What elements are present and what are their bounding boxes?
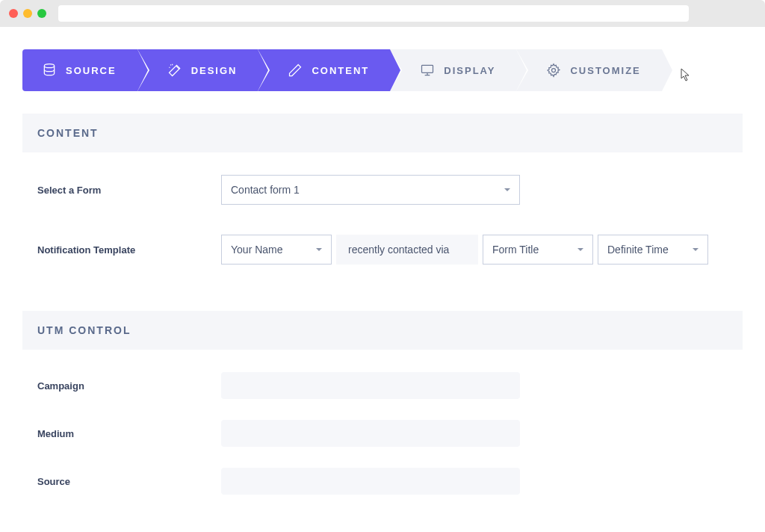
wand-icon — [167, 63, 182, 78]
utm-medium-label: Medium — [37, 428, 221, 439]
section-body-utm: Campaign Medium Source — [22, 350, 743, 525]
step-display[interactable]: DISPLAY — [390, 49, 516, 91]
gear-icon — [546, 63, 561, 78]
url-bar[interactable] — [58, 5, 689, 22]
section-header-content: CONTENT — [22, 114, 743, 152]
utm-campaign-input[interactable] — [221, 372, 520, 399]
chevron-down-icon — [316, 248, 322, 251]
template-name-dropdown[interactable]: Your Name — [221, 235, 332, 265]
step-label: CONTENT — [312, 65, 369, 76]
step-source[interactable]: SOURCE — [22, 49, 137, 91]
notification-template-builder: Your Name recently contacted via Form Ti… — [221, 235, 708, 265]
section-header-utm: UTM CONTROL — [22, 311, 743, 350]
step-label: DISPLAY — [444, 65, 495, 76]
minimize-window-button[interactable] — [23, 9, 32, 18]
template-form-title-dropdown[interactable]: Form Title — [483, 235, 593, 265]
window-controls — [9, 9, 46, 18]
svg-point-2 — [552, 69, 556, 72]
chevron-down-icon — [693, 248, 699, 251]
monitor-icon — [420, 63, 435, 78]
template-static-text: recently contacted via — [336, 235, 478, 265]
utm-medium-input[interactable] — [221, 420, 520, 447]
select-form-dropdown[interactable]: Contact form 1 — [221, 175, 520, 205]
step-label: CUSTOMIZE — [570, 65, 640, 76]
select-form-label: Select a Form — [37, 185, 221, 196]
utm-source-label: Source — [37, 476, 221, 487]
step-label: SOURCE — [66, 65, 117, 76]
step-design[interactable]: DESIGN — [137, 49, 258, 91]
template-time-dropdown[interactable]: Definite Time — [598, 235, 708, 265]
step-label: DESIGN — [191, 65, 238, 76]
step-customize[interactable]: CUSTOMIZE — [516, 49, 661, 91]
svg-rect-1 — [422, 65, 433, 72]
wizard-stepper: SOURCE DESIGN CONTENT DISPLAY — [22, 49, 743, 91]
pencil-icon — [288, 63, 303, 78]
database-icon — [42, 63, 57, 78]
close-window-button[interactable] — [9, 9, 18, 18]
maximize-window-button[interactable] — [37, 9, 46, 18]
browser-chrome — [0, 0, 765, 27]
chevron-down-icon — [504, 188, 510, 191]
svg-point-0 — [44, 64, 54, 68]
utm-campaign-label: Campaign — [37, 380, 221, 392]
notification-template-label: Notification Template — [37, 244, 221, 256]
chevron-down-icon — [577, 248, 583, 251]
section-body-content: Select a Form Contact form 1 Notificatio… — [22, 152, 743, 294]
utm-source-input[interactable] — [221, 468, 520, 495]
step-content[interactable]: CONTENT — [258, 49, 390, 91]
